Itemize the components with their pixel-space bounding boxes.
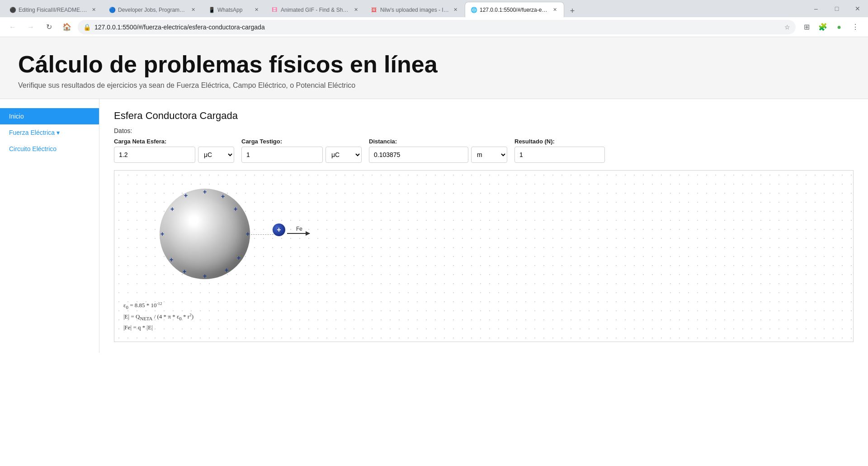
- sidebar-item-fuerza-electrica[interactable]: Fuerza Eléctrica ▾: [0, 124, 99, 141]
- navigation-bar: ← → ↻ 🏠 🔒 127.0.0.1:5500/#/fuerza-electr…: [0, 17, 868, 37]
- tab-img-label: Nilw's uploaded images - Im...: [380, 7, 449, 13]
- tab-gif-favicon: 🎞: [272, 7, 278, 13]
- close-button[interactable]: ✕: [847, 0, 868, 17]
- svg-text:+: +: [237, 254, 241, 262]
- distancia-unit-select[interactable]: m cm km: [471, 147, 507, 163]
- carga-neta-group: Carga Neta Esfera: 1.2 μC mC C: [114, 138, 234, 163]
- tab-gif-close[interactable]: ✕: [352, 6, 359, 14]
- new-tab-button[interactable]: +: [566, 5, 579, 17]
- carga-testigo-group: Carga Testigo: 1 μC mC C: [241, 138, 362, 163]
- svg-text:+: +: [203, 272, 207, 279]
- visualization-area: + + + + + + + +: [114, 170, 854, 342]
- formula-epsilon: ε0 = 8.85 * 10-12: [123, 300, 193, 311]
- test-charge-ball: +: [273, 223, 285, 236]
- plus-signs-svg: + + + + + + + +: [160, 189, 250, 279]
- address-bar[interactable]: 🔒 127.0.0.1:5500/#/fuerza-electrica/esfe…: [78, 20, 796, 34]
- sidebar: Inicio Fuerza Eléctrica ▾ Circuito Eléct…: [0, 99, 99, 353]
- distancia-label: Distancia:: [369, 138, 507, 145]
- tab-local[interactable]: 🌐 127.0.0.1:5500/#/fuerza-elec... ✕: [465, 2, 564, 17]
- sidebar-circuito-label: Circuito Eléctrico: [9, 145, 57, 152]
- tab-dev-favicon: 🔵: [109, 7, 115, 13]
- svg-text:+: +: [221, 193, 225, 200]
- forward-button[interactable]: →: [24, 20, 38, 34]
- site-subtitle: Verifique sus resultados de ejercicios y…: [18, 81, 850, 90]
- tab-wa-favicon: 📱: [208, 7, 215, 13]
- tab-images[interactable]: 🖼 Nilw's uploaded images - Im... ✕: [365, 2, 465, 17]
- sphere-container: + + + + + + + +: [160, 189, 250, 279]
- profile-icon[interactable]: ●: [832, 20, 846, 34]
- section-title: Esfera Conductora Cargada: [114, 110, 854, 122]
- test-charge-container: + Fe: [273, 223, 310, 236]
- resultado-group: Resultado (N): 1: [514, 138, 605, 163]
- translate-icon[interactable]: ⊞: [799, 20, 814, 34]
- carga-testigo-input[interactable]: 1: [241, 147, 323, 163]
- tab-whatsapp[interactable]: 📱 WhatsApp ✕: [203, 2, 266, 17]
- sidebar-item-circuito-electrico[interactable]: Circuito Eléctrico: [0, 141, 99, 157]
- tab-github-favicon: ⚫: [9, 7, 16, 13]
- arrow-solid: [287, 233, 310, 234]
- carga-neta-input[interactable]: 1.2: [114, 147, 195, 163]
- site-title: Cálculo de problemas físicos en línea: [18, 51, 850, 78]
- address-text: 127.0.0.1:5500/#/fuerza-electrica/esfera…: [94, 24, 781, 31]
- sidebar-inicio-label: Inicio: [9, 113, 24, 120]
- tab-github[interactable]: ⚫ Editing FisicaIII/README.md ✕: [4, 2, 103, 17]
- tab-wa-label: WhatsApp: [217, 7, 250, 13]
- sidebar-item-inicio[interactable]: Inicio: [0, 108, 99, 124]
- formulas-container: ε0 = 8.85 * 10-12 |E| = QNETA / (4 * π *…: [123, 300, 193, 333]
- svg-text:+: +: [225, 266, 228, 274]
- extensions-icon[interactable]: 🧩: [816, 20, 830, 34]
- tab-local-label: 127.0.0.1:5500/#/fuerza-elec...: [480, 7, 548, 13]
- tab-bar: ⚫ Editing FisicaIII/README.md ✕ 🔵 Develo…: [0, 0, 868, 17]
- tab-local-favicon: 🌐: [471, 7, 477, 13]
- tab-dev-close[interactable]: ✕: [189, 6, 197, 14]
- tab-github-close[interactable]: ✕: [90, 6, 97, 14]
- svg-text:+: +: [246, 230, 250, 238]
- page-wrapper: Cálculo de problemas físicos en línea Ve…: [0, 37, 868, 353]
- back-button[interactable]: ←: [5, 20, 20, 34]
- star-icon[interactable]: ☆: [784, 24, 790, 31]
- arrow-line: [287, 233, 310, 234]
- site-header: Cálculo de problemas físicos en línea Ve…: [0, 37, 868, 99]
- carga-testigo-unit-select[interactable]: μC mC C: [326, 147, 362, 163]
- distancia-group: Distancia: 0.103875 m cm km: [369, 138, 507, 163]
- sidebar-fuerza-label: Fuerza Eléctrica ▾: [9, 129, 60, 136]
- resultado-input[interactable]: 1: [514, 147, 605, 163]
- tab-img-favicon: 🖼: [371, 7, 377, 13]
- resultado-label: Resultado (N):: [514, 138, 605, 145]
- force-arrow-container: Fe: [287, 226, 310, 234]
- tab-dev-label: Developer Jobs, Programmin...: [118, 7, 187, 13]
- formula-field: |E| = QNETA / (4 * π * ε0 * r2): [123, 312, 193, 323]
- distancia-input[interactable]: 0.103875: [369, 147, 468, 163]
- content-area: Esfera Conductora Cargada Datos: Carga N…: [99, 99, 868, 353]
- datos-label: Datos:: [114, 127, 854, 134]
- lock-icon: 🔒: [83, 24, 91, 31]
- nav-actions: ⊞ 🧩 ● ⋮: [799, 20, 863, 34]
- tab-github-label: Editing FisicaIII/README.md: [19, 7, 87, 13]
- carga-neta-label: Carga Neta Esfera:: [114, 138, 234, 145]
- svg-text:+: +: [184, 192, 188, 199]
- more-icon[interactable]: ⋮: [848, 20, 863, 34]
- carga-testigo-label: Carga Testigo:: [241, 138, 362, 145]
- home-button[interactable]: 🏠: [60, 20, 74, 34]
- tab-gif[interactable]: 🎞 Animated GIF - Find & Shar... ✕: [266, 2, 365, 17]
- tab-dev[interactable]: 🔵 Developer Jobs, Programmin... ✕: [103, 2, 203, 17]
- minimize-button[interactable]: –: [806, 0, 826, 17]
- form-row: Carga Neta Esfera: 1.2 μC mC C Carga: [114, 138, 854, 163]
- tab-wa-close[interactable]: ✕: [253, 6, 260, 14]
- svg-text:+: +: [170, 256, 173, 263]
- tab-img-close[interactable]: ✕: [452, 6, 459, 14]
- svg-text:+: +: [160, 230, 164, 238]
- maximize-button[interactable]: □: [826, 0, 847, 17]
- tab-local-close[interactable]: ✕: [551, 6, 558, 14]
- carga-neta-unit-select[interactable]: μC mC C: [198, 147, 234, 163]
- svg-text:+: +: [203, 189, 207, 195]
- svg-text:+: +: [170, 205, 174, 213]
- refresh-button[interactable]: ↻: [42, 20, 56, 34]
- force-label: Fe: [296, 226, 302, 232]
- tab-gif-label: Animated GIF - Find & Shar...: [281, 7, 349, 13]
- formula-force: |Fe| = q * |E|: [123, 323, 193, 333]
- dashed-connection-line: [251, 234, 274, 235]
- main-layout: Inicio Fuerza Eléctrica ▾ Circuito Eléct…: [0, 99, 868, 353]
- svg-text:+: +: [234, 205, 237, 213]
- svg-text:+: +: [183, 268, 186, 275]
